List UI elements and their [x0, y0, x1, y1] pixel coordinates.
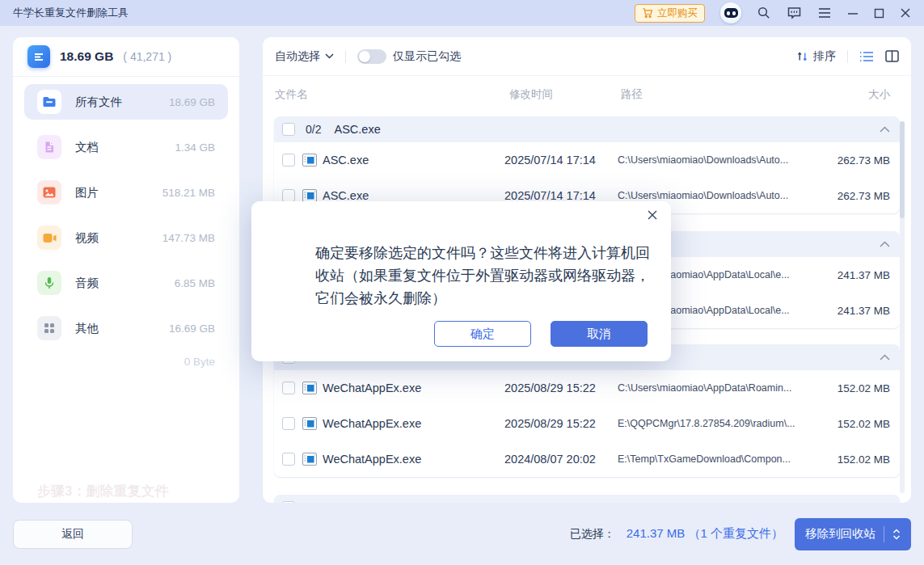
file-name: ASC.exe: [323, 154, 504, 167]
dialog-close-icon[interactable]: [647, 209, 658, 221]
sidebar-item-label: 其他: [75, 321, 99, 336]
sidebar-item-label: 文档: [75, 140, 99, 155]
titlebar-actions: 立即购买: [635, 2, 924, 23]
sidebar-item-other[interactable]: 其他 16.69 GB: [24, 310, 228, 346]
sidebar-item-documents[interactable]: 文档 1.34 GB: [24, 129, 228, 165]
divider: [345, 50, 346, 63]
file-time: 2025/08/29 15:22: [504, 417, 618, 430]
column-view-icon[interactable]: [885, 50, 899, 62]
table-column-headers: 文件名 修改时间 路径 大小: [263, 76, 911, 112]
list-view-icon[interactable]: [859, 51, 874, 62]
robot-face: [724, 8, 738, 18]
file-time: 2025/07/14 17:14: [504, 154, 618, 167]
grid-icon: [37, 316, 61, 340]
file-size: 241.37 MB: [816, 269, 890, 281]
divider: [884, 526, 884, 542]
sidebar-item-size: 147.73 MB: [162, 232, 215, 244]
duplicate-group: 0/2 ASC.exe ASC.exe 2025/07/14 17:14 C:\…: [274, 116, 900, 213]
summary-size: 18.69 GB: [60, 49, 113, 64]
chevron-up-icon[interactable]: [880, 354, 890, 361]
sidebar-item-empty-size: 0 Byte: [24, 356, 215, 375]
selected-size: 241.37 MB （1 个重复文件）: [627, 526, 783, 542]
sidebar-item-label: 视频: [75, 230, 99, 246]
file-size: 152.02 MB: [816, 382, 890, 394]
exe-file-icon: [302, 451, 318, 467]
file-size: 262.73 MB: [816, 190, 890, 202]
group-title: ASC.exe: [334, 123, 380, 136]
summary-count: ( 41,271 ): [123, 50, 171, 63]
sidebar-item-all-files[interactable]: 所有文件 18.69 GB: [24, 84, 228, 120]
row-checkbox[interactable]: [282, 453, 295, 466]
row-checkbox[interactable]: [282, 417, 295, 430]
file-row[interactable]: WeChatAppEx.exe 2025/08/29 15:22 C:\User…: [274, 370, 900, 406]
exe-file-icon: [302, 380, 318, 396]
file-size: 152.02 MB: [816, 453, 890, 466]
file-row[interactable]: WeChatAppEx.exe 2024/08/07 20:02 E:\Temp…: [274, 441, 900, 477]
sidebar-item-label: 所有文件: [75, 95, 122, 110]
sidebar-item-size: 16.69 GB: [169, 323, 215, 335]
sidebar-item-videos[interactable]: 视频 147.73 MB: [24, 220, 228, 255]
auto-select-dropdown[interactable]: 自动选择: [275, 49, 334, 64]
sidebar-item-size: 518.21 MB: [162, 187, 215, 199]
file-name: WeChatAppEx.exe: [323, 417, 504, 430]
group-count: 0/2: [306, 123, 321, 136]
exe-file-icon: [302, 415, 318, 432]
document-icon: [37, 135, 61, 159]
file-time: 2025/08/29 15:22: [504, 382, 618, 394]
row-checkbox[interactable]: [282, 382, 295, 394]
remove-to-recycle-button[interactable]: 移除到回收站: [795, 518, 911, 550]
file-name: WeChatAppEx.exe: [323, 453, 504, 466]
ghost-step-heading: 步骤3：删除重复文件: [37, 482, 168, 500]
scan-summary: 18.69 GB ( 41,271 ): [13, 37, 239, 76]
assistant-robot-icon[interactable]: [720, 2, 741, 23]
file-row[interactable]: ASC.exe 2025/07/14 17:14 C:\Users\miaomi…: [274, 142, 900, 178]
duplicate-group: 0/2 Autodesk Genuine Service...: [274, 495, 900, 503]
row-checkbox[interactable]: [282, 189, 295, 202]
column-size: 大小: [868, 87, 890, 102]
sidebar-item-audio[interactable]: 音频 6.85 MB: [24, 265, 228, 301]
buy-now-button[interactable]: 立即购买: [635, 4, 705, 23]
cancel-button[interactable]: 取消: [551, 321, 648, 347]
feedback-icon[interactable]: [787, 6, 802, 20]
group-header[interactable]: 0/2 Autodesk Genuine Service...: [274, 495, 900, 503]
file-time: 2024/08/07 20:02: [504, 453, 618, 466]
remove-label: 移除到回收站: [805, 526, 875, 542]
scrollbar-thumb[interactable]: [900, 121, 905, 218]
sidebar-item-size: 1.34 GB: [175, 141, 215, 154]
show-checked-only-toggle[interactable]: [357, 49, 386, 64]
buy-now-label: 立即购买: [657, 6, 698, 20]
group-header[interactable]: 0/2 ASC.exe: [274, 116, 900, 142]
sort-icon: [797, 51, 808, 62]
show-checked-only-label: 仅显示已勾选: [393, 49, 461, 64]
sidebar: 18.69 GB ( 41,271 ) 所有文件 18.69 GB 文档 1.3…: [13, 37, 239, 503]
close-button[interactable]: [900, 7, 911, 19]
sidebar-item-images[interactable]: 图片 518.21 MB: [24, 175, 228, 210]
auto-select-label: 自动选择: [275, 49, 320, 64]
chevron-up-down-icon: [892, 529, 901, 540]
sort-button[interactable]: 排序: [797, 49, 836, 64]
chevron-up-icon[interactable]: [880, 126, 890, 133]
menu-icon[interactable]: [817, 7, 832, 19]
exe-file-icon: [302, 152, 318, 168]
sidebar-item-label: 图片: [75, 185, 99, 200]
file-size: 262.73 MB: [816, 154, 890, 167]
file-path: E:\Temp\TxGameDownload\Compon...: [618, 453, 816, 465]
divider: [13, 76, 239, 77]
file-name: WeChatAppEx.exe: [323, 382, 504, 394]
confirm-button[interactable]: 确定: [434, 321, 531, 347]
sidebar-item-size: 18.69 GB: [169, 96, 215, 108]
titlebar: 牛学长重复文件删除工具 立即购买: [0, 0, 924, 26]
file-row[interactable]: WeChatAppEx.exe 2025/08/29 15:22 E:\QQPC…: [274, 406, 900, 441]
back-button[interactable]: 返回: [13, 520, 133, 549]
confirm-delete-dialog: 确定要移除选定的文件吗？这些文件将进入计算机回收站（如果重复文件位于外置驱动器或…: [251, 201, 671, 361]
chevron-up-icon[interactable]: [880, 241, 890, 247]
file-path: C:\Users\miaomiao\Downloads\Auto...: [618, 154, 816, 166]
group-checkbox[interactable]: [282, 123, 295, 136]
row-checkbox[interactable]: [282, 154, 295, 167]
file-path: C:\Users\miaomiao\Downloads\Auto...: [618, 190, 816, 201]
maximize-button[interactable]: [874, 8, 884, 19]
file-name: ASC.exe: [323, 189, 504, 202]
sidebar-item-label: 音频: [75, 276, 99, 291]
minimize-button[interactable]: [847, 7, 859, 19]
search-icon[interactable]: [757, 6, 771, 20]
